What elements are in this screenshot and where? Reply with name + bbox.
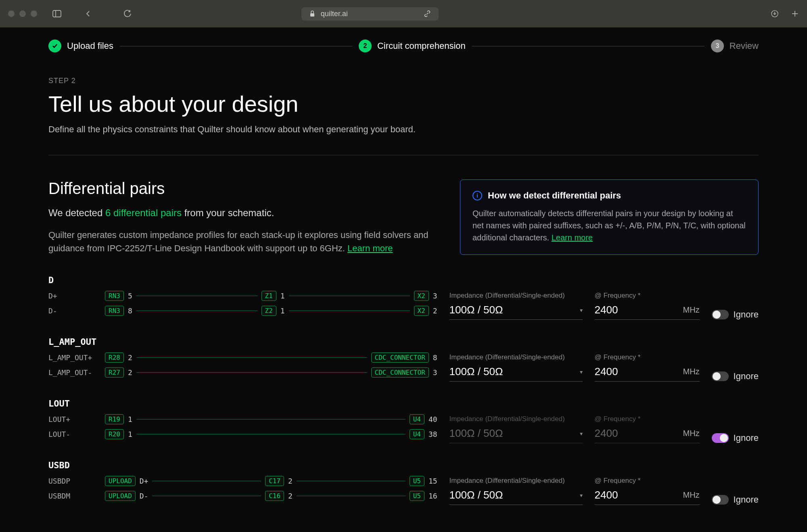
component-chip: U5 — [410, 476, 424, 486]
impedance-value: 100Ω / 50Ω — [449, 489, 503, 501]
ignore-toggle[interactable]: Ignore — [712, 494, 759, 505]
lock-icon — [309, 10, 315, 17]
ignore-label: Ignore — [734, 309, 759, 320]
chevron-down-icon: ▾ — [580, 430, 583, 437]
maximize-window[interactable] — [31, 10, 37, 17]
ignore-label: Ignore — [734, 433, 759, 443]
address-bar[interactable]: quilter.ai — [301, 7, 439, 21]
net-label: L_AMP_OUT+ — [48, 353, 101, 362]
trace-line — [297, 496, 406, 496]
check-icon — [48, 40, 61, 52]
step-circuit[interactable]: 2 Circuit comprehension — [359, 40, 466, 52]
learn-more-link[interactable]: Learn more — [552, 233, 593, 242]
download-icon[interactable] — [771, 10, 779, 18]
pin-number: 1 — [280, 307, 285, 315]
field-label: @ Frequency * — [595, 477, 700, 485]
net-line: LOUT-R201U438 — [48, 429, 437, 439]
pin-number: 1 — [128, 430, 132, 438]
frequency-input[interactable]: @ Frequency *2400MHz — [595, 353, 700, 382]
info-icon: i — [472, 191, 482, 200]
pin-number: 2 — [128, 368, 132, 377]
component-chip: R27 — [105, 367, 124, 378]
component-chip: X2 — [414, 306, 429, 316]
net-line: D+RN35Z11X23 — [48, 291, 437, 301]
net-label: USBDM — [48, 492, 101, 500]
step-upload[interactable]: Upload files — [48, 40, 113, 52]
toggle-track — [712, 310, 729, 319]
back-button[interactable] — [85, 10, 92, 17]
pin-number: D- — [140, 492, 148, 500]
component-chip: Z2 — [261, 306, 276, 316]
trace-line — [136, 419, 406, 419]
component-chip: UPLOAD — [105, 491, 136, 501]
close-window[interactable] — [8, 10, 15, 17]
trace-line — [136, 434, 406, 434]
page-subtitle: Define all the physics constraints that … — [48, 124, 759, 135]
new-tab-icon[interactable] — [791, 10, 799, 18]
pair-name: L_AMP_OUT — [48, 337, 759, 347]
trace-line — [136, 357, 367, 358]
window-controls — [8, 10, 37, 17]
impedance-select[interactable]: Impedance (Differential/Single-ended)100… — [449, 353, 583, 382]
pin-number: D+ — [140, 477, 148, 485]
pair-count: 6 differential pairs — [105, 207, 182, 218]
component-chip: X2 — [414, 291, 429, 301]
net-line: USBDMUPLOADD-C162U516 — [48, 491, 437, 501]
trace-line — [152, 481, 261, 481]
toggle-knob — [720, 434, 728, 442]
ignore-toggle[interactable]: Ignore — [712, 309, 759, 320]
pin-number: 3 — [433, 292, 437, 300]
sidebar-toggle-icon[interactable] — [52, 10, 61, 17]
pin-number: 15 — [429, 477, 437, 485]
component-chip: R19 — [105, 414, 124, 424]
impedance-select[interactable]: Impedance (Differential/Single-ended)100… — [449, 292, 583, 320]
component-chip: U4 — [410, 429, 424, 439]
step-review[interactable]: 3 Review — [711, 40, 759, 52]
url-text: quilter.ai — [321, 10, 348, 18]
frequency-input[interactable]: @ Frequency *2400MHz — [595, 477, 700, 505]
field-label: Impedance (Differential/Single-ended) — [449, 292, 583, 300]
frequency-input: @ Frequency *2400MHz — [595, 415, 700, 443]
step-number: 3 — [711, 40, 724, 52]
net-label: LOUT- — [48, 430, 101, 438]
pin-number: 2 — [288, 492, 293, 500]
reload-button[interactable] — [123, 10, 132, 18]
minimize-window[interactable] — [19, 10, 26, 17]
trace-line — [136, 296, 257, 296]
pair-group: USBDUSBDPUPLOADD+C172U515USBDMUPLOADD-C1… — [48, 460, 759, 506]
pair-name: D — [48, 275, 759, 285]
divider — [48, 155, 759, 155]
pin-number: 38 — [429, 430, 437, 438]
field-label: @ Frequency * — [595, 415, 700, 423]
step-connector — [472, 46, 705, 46]
link-icon — [424, 10, 431, 17]
pin-number: 5 — [128, 292, 132, 300]
info-title: How we detect differential pairs — [488, 190, 621, 201]
component-chip: R28 — [105, 353, 124, 363]
pin-number: 8 — [128, 307, 132, 315]
step-number: 2 — [359, 40, 372, 52]
info-callout: i How we detect differential pairs Quilt… — [460, 179, 759, 255]
frequency-input[interactable]: @ Frequency *2400MHz — [595, 292, 700, 320]
pair-group: LOUTLOUT+R191U440LOUT-R201U438Impedance … — [48, 398, 759, 444]
net-line: L_AMP_OUT+R282CDC_CONNECTOR8 — [48, 353, 437, 363]
field-label: @ Frequency * — [595, 353, 700, 361]
pair-name: LOUT — [48, 398, 759, 409]
ignore-label: Ignore — [734, 494, 759, 505]
toggle-track — [712, 495, 729, 505]
pair-group: L_AMP_OUTL_AMP_OUT+R282CDC_CONNECTOR8L_A… — [48, 337, 759, 382]
net-line: USBDPUPLOADD+C172U515 — [48, 476, 437, 486]
ignore-toggle[interactable]: Ignore — [712, 371, 759, 382]
impedance-select: Impedance (Differential/Single-ended)100… — [449, 415, 583, 443]
net-label: D- — [48, 307, 101, 315]
impedance-select[interactable]: Impedance (Differential/Single-ended)100… — [449, 477, 583, 505]
learn-more-link[interactable]: Learn more — [347, 243, 393, 253]
frequency-value: 2400 — [595, 304, 618, 316]
impedance-value: 100Ω / 50Ω — [449, 365, 503, 378]
component-chip: RN3 — [105, 306, 124, 316]
step-label: Review — [730, 41, 759, 51]
section-description: Quilter generates custom impedance profi… — [48, 228, 440, 255]
frequency-unit: MHz — [683, 429, 700, 438]
ignore-toggle[interactable]: Ignore — [712, 433, 759, 443]
field-label: Impedance (Differential/Single-ended) — [449, 353, 583, 361]
